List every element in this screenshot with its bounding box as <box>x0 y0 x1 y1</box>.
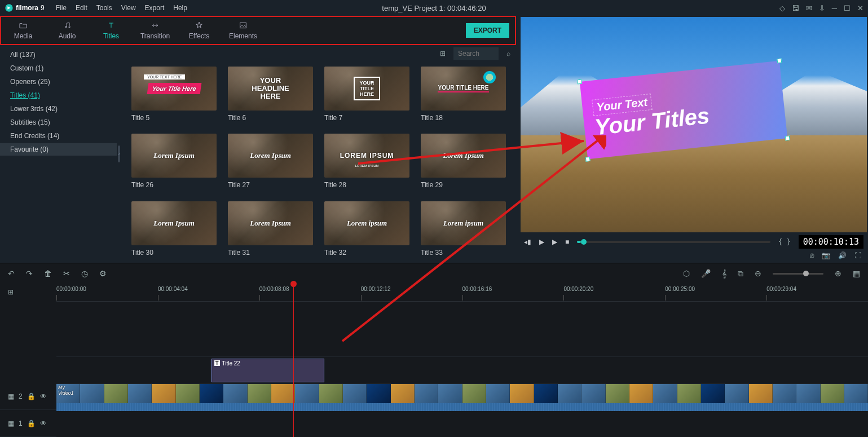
video-thumb[interactable] <box>152 384 175 403</box>
menu-export[interactable]: Export <box>145 4 165 12</box>
title-card[interactable]: YOURTITLEHERETitle 7 <box>324 67 409 123</box>
preview-viewport[interactable]: Your Text Your Titles <box>521 17 867 232</box>
fit-icon[interactable]: ⧉ <box>738 269 743 279</box>
video-thumb[interactable] <box>128 384 152 403</box>
title-thumbnail[interactable]: Lorem Ipsum <box>228 201 313 245</box>
empty-track[interactable] <box>56 302 868 357</box>
video-thumb[interactable] <box>749 384 773 403</box>
maximize-button[interactable]: ☐ <box>844 4 851 12</box>
video-track[interactable] <box>56 384 868 411</box>
video-thumb[interactable] <box>176 384 200 403</box>
title-card[interactable]: Lorem IpsumTitle 31 <box>228 201 313 258</box>
redo-button[interactable]: ↷ <box>26 269 33 278</box>
title-card[interactable]: Lorem ipsumTitle 33 <box>421 201 506 258</box>
video-thumb[interactable] <box>486 384 510 403</box>
resize-handle[interactable] <box>785 135 790 140</box>
minimize-button[interactable]: ─ <box>832 4 837 12</box>
zoom-slider[interactable] <box>773 273 823 275</box>
video-thumb[interactable] <box>319 384 343 403</box>
sidebar-item[interactable]: All (137) <box>0 48 117 61</box>
video-thumb[interactable] <box>773 384 796 403</box>
title-card[interactable]: Lorem IpsumTitle 27 <box>228 134 313 191</box>
zoom-in-button[interactable]: ⊕ <box>835 269 841 278</box>
video-thumb[interactable] <box>701 384 725 403</box>
sidebar-item[interactable]: Lower 3rds (42) <box>0 103 117 115</box>
video-thumb[interactable] <box>510 384 534 403</box>
add-track-icon[interactable]: ⊞ <box>8 288 14 296</box>
video-thumb[interactable] <box>677 384 701 403</box>
sidebar-item[interactable]: Openers (25) <box>0 76 117 88</box>
undo-button[interactable]: ↶ <box>8 269 15 278</box>
lock-icon[interactable]: 🔒 <box>27 392 36 400</box>
video-thumb[interactable] <box>725 384 748 403</box>
video-thumb[interactable] <box>248 384 271 403</box>
title-thumbnail[interactable]: Your Title Here <box>131 67 217 111</box>
mic-icon[interactable]: ⇩ <box>819 4 825 12</box>
video-thumb[interactable] <box>295 384 319 403</box>
search-input[interactable] <box>453 47 499 60</box>
tab-media[interactable]: Media <box>1 17 45 44</box>
title-thumbnail[interactable]: LOREM IPSUM <box>324 134 409 178</box>
title-card[interactable]: Your Title HereTitle 5 <box>131 67 217 123</box>
title-thumbnail[interactable]: Lorem Ipsum <box>228 134 313 178</box>
tracks-area[interactable]: T Title 22 <box>56 302 868 437</box>
tab-titles[interactable]: Titles <box>89 17 133 44</box>
title-thumbnail[interactable]: Lorem ipsum <box>421 201 506 245</box>
snapshot-icon[interactable]: 📷 <box>822 251 830 259</box>
eye-icon[interactable]: 👁 <box>40 420 47 427</box>
volume-icon[interactable]: 🔊 <box>838 251 847 259</box>
adjust-button[interactable]: ⚙ <box>99 269 107 278</box>
video-thumb[interactable] <box>104 384 128 403</box>
stop-button[interactable]: ■ <box>565 238 569 246</box>
video-thumb[interactable] <box>391 384 415 403</box>
delete-button[interactable]: 🗑 <box>44 269 52 278</box>
title-thumbnail[interactable]: Lorem ipsum <box>324 201 409 245</box>
title-card[interactable]: YOUR TITLE HERETitle 18 <box>421 67 506 123</box>
timeline-settings-icon[interactable]: ▦ <box>853 269 860 278</box>
resize-handle[interactable] <box>585 156 590 161</box>
title-track[interactable]: T Title 22 <box>56 357 868 384</box>
playhead[interactable] <box>293 284 294 437</box>
video-thumb[interactable] <box>438 384 462 403</box>
title-thumbnail[interactable]: YOURHEADLINEHERE <box>228 67 313 111</box>
title-thumbnail[interactable]: Lorem Ipsum <box>421 134 506 178</box>
prev-frame-button[interactable]: ◂▮ <box>524 238 531 246</box>
title-card[interactable]: LOREM IPSUMTitle 28 <box>324 134 409 191</box>
track-header-1[interactable]: ▦ 1 🔒 👁 <box>0 410 56 437</box>
tab-effects[interactable]: Effects <box>177 17 221 44</box>
audio-waveform[interactable] <box>56 403 868 411</box>
video-thumb[interactable] <box>80 384 104 403</box>
resize-handle[interactable] <box>577 79 582 84</box>
video-thumb[interactable] <box>821 384 844 403</box>
title-thumbnail[interactable]: YOURTITLEHERE <box>324 67 409 111</box>
video-thumb[interactable] <box>629 384 653 403</box>
grid-view-icon[interactable]: ⊞ <box>440 50 446 58</box>
menu-tools[interactable]: Tools <box>96 4 112 12</box>
title-thumbnail[interactable]: Lorem Ipsum <box>131 201 217 245</box>
export-button[interactable]: EXPORT <box>466 23 509 38</box>
sidebar-item[interactable]: Subtitles (15) <box>0 116 117 129</box>
title-thumbnail[interactable]: Lorem Ipsum <box>131 134 217 178</box>
sidebar-item[interactable]: Titles (41) <box>0 89 117 101</box>
play-button[interactable]: ▶ <box>539 238 544 246</box>
video-thumb[interactable] <box>56 384 80 403</box>
menu-view[interactable]: View <box>121 4 136 12</box>
sidebar-item[interactable]: Favourite (0) <box>0 143 117 156</box>
video-thumb[interactable] <box>223 384 247 403</box>
video-thumb[interactable] <box>200 384 223 403</box>
video-thumb[interactable] <box>606 384 629 403</box>
video-thumb[interactable] <box>415 384 438 403</box>
title-card[interactable]: Lorem IpsumTitle 30 <box>131 201 217 258</box>
video-thumb[interactable] <box>343 384 367 403</box>
title-card[interactable]: Lorem IpsumTitle 29 <box>421 134 506 191</box>
title-thumbnail[interactable]: YOUR TITLE HERE <box>421 67 506 111</box>
audio-mixer-icon[interactable]: 𝄞 <box>722 269 726 279</box>
title-card[interactable]: Lorem ipsumTitle 32 <box>324 201 409 258</box>
split-button[interactable]: ✂ <box>63 269 70 278</box>
title-card[interactable]: Lorem IpsumTitle 26 <box>131 134 217 191</box>
menu-edit[interactable]: Edit <box>76 4 87 12</box>
tab-audio[interactable]: Audio <box>45 17 89 44</box>
video-thumb[interactable] <box>796 384 820 403</box>
menu-help[interactable]: Help <box>173 4 187 12</box>
mail-icon[interactable]: ✉ <box>806 4 812 12</box>
